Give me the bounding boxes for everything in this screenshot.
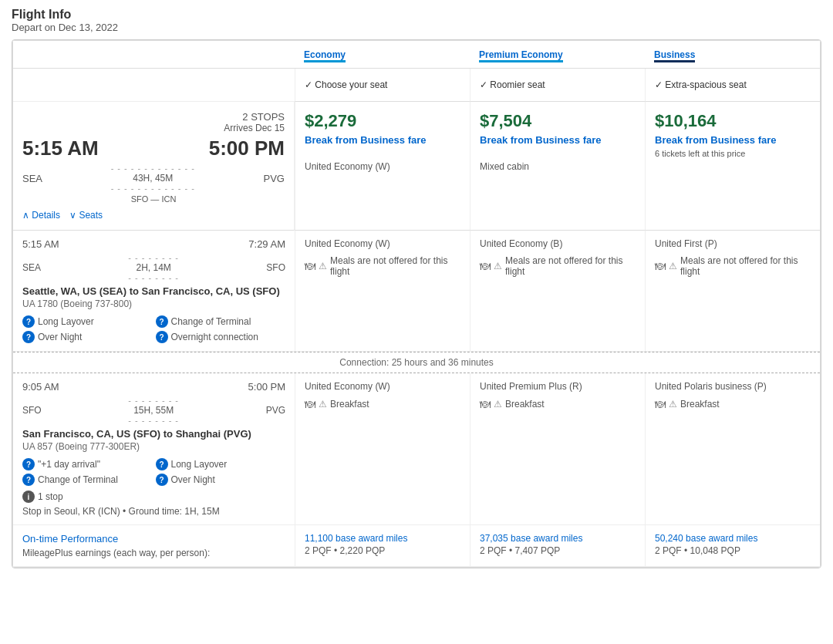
economy-price-cell: $2,279 Break from Business fare United E… bbox=[295, 102, 470, 231]
economy-miles-cell: 11,100 base award miles 2 PQF • 2,220 PQ… bbox=[295, 525, 470, 567]
premium-check-item: Roomier seat bbox=[480, 79, 636, 90]
economy-cabin-type: United Economy (W) bbox=[305, 161, 460, 172]
tag-overnight1: ? Over Night bbox=[22, 331, 153, 343]
arrives-info: Arrives Dec 15 bbox=[22, 123, 285, 133]
tag-change-terminal2: ? Change of Terminal bbox=[22, 474, 153, 486]
seg2-duration: 15H, 55M bbox=[133, 405, 174, 416]
summary-dep-airport: SEA bbox=[22, 173, 42, 184]
economy-tab[interactable]: Economy bbox=[304, 49, 346, 62]
question-icon3: ? bbox=[22, 331, 35, 343]
tag-long-layover2: ? Long Layover bbox=[156, 458, 286, 470]
question-icon6: ? bbox=[156, 458, 168, 470]
seg2-business-fare-cell: United Polaris business (P) Breakfast bbox=[645, 373, 820, 525]
seg1-flight-num: UA 1780 (Boeing 737-800) bbox=[22, 298, 285, 309]
seg1-premium-meal: Meals are not offered for this flight bbox=[480, 255, 636, 277]
premium-miles-cell: 37,035 base award miles 2 PQF • 7,407 PQ… bbox=[470, 525, 645, 567]
question-icon2: ? bbox=[156, 315, 168, 328]
economy-miles-link[interactable]: 11,100 base award miles bbox=[305, 533, 407, 544]
premium-pqf: 2 PQF • 7,407 PQP bbox=[480, 545, 636, 556]
premium-price: $7,504 bbox=[480, 111, 636, 131]
seg1-arr-time: 7:29 AM bbox=[248, 238, 285, 250]
page-title: Flight Info bbox=[12, 8, 821, 22]
seg1-business-fare: United First (P) bbox=[655, 238, 811, 249]
business-price: $10,164 bbox=[655, 111, 811, 131]
stops-count: 2 STOPS bbox=[22, 111, 285, 123]
business-check-cell: Extra-spacious seat bbox=[645, 69, 820, 102]
premium-header-cell: Premium Economy bbox=[470, 41, 645, 69]
economy-pqf: 2 PQF • 2,220 PQP bbox=[305, 545, 460, 556]
economy-header-cell: Economy bbox=[295, 41, 470, 69]
question-icon: ? bbox=[22, 315, 35, 328]
route-dashes2: - - - - - - - - - - - - - bbox=[42, 184, 264, 193]
stop-detail: Stop in Seoul, KR (ICN) • Ground time: 1… bbox=[22, 506, 285, 517]
business-miles-link[interactable]: 50,240 base award miles bbox=[655, 533, 757, 544]
economy-check-item: Choose your seat bbox=[305, 79, 460, 90]
tag-1stop: i 1 stop bbox=[22, 491, 285, 503]
seg2-business-fare: United Polaris business (P) bbox=[655, 381, 811, 392]
economy-price: $2,279 bbox=[305, 111, 460, 131]
business-header-cell: Business bbox=[645, 41, 820, 69]
seg1-tags: ? Long Layover ? Change of Terminal ? Ov… bbox=[22, 315, 285, 343]
tag-overnight2: ? Over Night bbox=[156, 474, 286, 486]
warn-icon4 bbox=[319, 399, 327, 410]
seg2-flight-num: UA 857 (Boeing 777-300ER) bbox=[22, 441, 285, 452]
ontime-flight-cell: On-time Performance MileagePlus earnings… bbox=[13, 525, 295, 567]
warn-icon2 bbox=[494, 261, 502, 271]
question-icon8: ? bbox=[156, 474, 168, 486]
seg2-tags: ? "+1 day arrival" ? Long Layover ? Chan… bbox=[22, 458, 285, 486]
seg2-premium-meal: Breakfast bbox=[480, 398, 636, 410]
tag-plus1-day: ? "+1 day arrival" bbox=[22, 458, 153, 470]
tag-overnight-connection: ? Overnight connection bbox=[156, 331, 286, 343]
summary-duration: 43H, 45M bbox=[133, 173, 173, 184]
meal-icon3 bbox=[655, 260, 666, 272]
question-icon5: ? bbox=[22, 458, 35, 470]
premium-check-cell: Roomier seat bbox=[470, 69, 645, 102]
seg2-dep-code: SFO bbox=[22, 405, 42, 416]
seg2-arr-code: PVG bbox=[266, 405, 285, 416]
summary-dep-time: 5:15 AM bbox=[22, 137, 99, 160]
meal-icon1 bbox=[305, 260, 315, 272]
details-toggle[interactable]: Details bbox=[22, 210, 60, 221]
route-dashes: - - - - - - - - - - - - - bbox=[42, 164, 264, 173]
premium-miles-link[interactable]: 37,035 base award miles bbox=[480, 533, 582, 544]
seats-toggle[interactable]: Seats bbox=[69, 210, 103, 221]
ontime-link[interactable]: On-time Performance bbox=[22, 533, 118, 545]
seg2-route-name: San Francisco, CA, US (SFO) to Shanghai … bbox=[22, 428, 285, 440]
depart-date: Depart on Dec 13, 2022 bbox=[12, 22, 821, 33]
seg2-business-meal: Breakfast bbox=[655, 398, 811, 410]
premium-price-cell: $7,504 Break from Business fare Mixed ca… bbox=[470, 102, 645, 231]
seg2-dep-time: 9:05 AM bbox=[22, 381, 59, 393]
seg1-economy-fare: United Economy (W) bbox=[305, 238, 460, 249]
meal-icon6 bbox=[655, 398, 666, 410]
seg2-arr-time: 5:00 PM bbox=[248, 381, 285, 393]
seg2-premium-fare-cell: United Premium Plus (R) Breakfast bbox=[470, 373, 645, 525]
check-row-flight bbox=[13, 69, 295, 102]
flight-info-header-cell bbox=[13, 41, 295, 69]
meal-icon4 bbox=[305, 398, 315, 410]
economy-check-cell: Choose your seat bbox=[295, 69, 470, 102]
segment1-info-cell: 5:15 AM 7:29 AM SEA - - - - - - - - 2H, … bbox=[13, 231, 295, 352]
seg1-dep-code: SEA bbox=[22, 262, 41, 273]
seg1-dep-time: 5:15 AM bbox=[22, 238, 59, 250]
segment2-info-cell: 9:05 AM 5:00 PM SFO - - - - - - - - 15H,… bbox=[13, 373, 295, 525]
premium-tab[interactable]: Premium Economy bbox=[479, 49, 563, 62]
mileage-label: MileagePlus earnings (each way, per pers… bbox=[22, 548, 285, 558]
business-tab[interactable]: Business bbox=[654, 49, 695, 62]
meal-icon2 bbox=[480, 260, 491, 272]
summary-arr-time: 5:00 PM bbox=[209, 137, 285, 160]
business-tickets-note: 6 tickets left at this price bbox=[655, 149, 811, 158]
seg1-economy-fare-cell: United Economy (W) Meals are not offered… bbox=[295, 231, 470, 352]
warn-icon1 bbox=[319, 261, 327, 271]
seg1-business-meal: Meals are not offered for this flight bbox=[655, 255, 811, 277]
connection-text: Connection: 25 hours and 36 minutes bbox=[22, 357, 811, 368]
tag-change-terminal1: ? Change of Terminal bbox=[156, 315, 286, 328]
seg2-economy-meal: Breakfast bbox=[305, 398, 460, 410]
warn-icon6 bbox=[669, 399, 677, 410]
seg1-business-fare-cell: United First (P) Meals are not offered f… bbox=[645, 231, 820, 352]
meal-icon5 bbox=[480, 398, 491, 410]
economy-price-label: Break from Business fare bbox=[305, 134, 460, 146]
question-icon4: ? bbox=[156, 331, 168, 343]
flight-summary-cell: 2 STOPS Arrives Dec 15 5:15 AM 5:00 PM S… bbox=[13, 102, 295, 231]
seg2-premium-fare: United Premium Plus (R) bbox=[480, 381, 636, 392]
via-airports: SFO — ICN bbox=[22, 194, 285, 204]
